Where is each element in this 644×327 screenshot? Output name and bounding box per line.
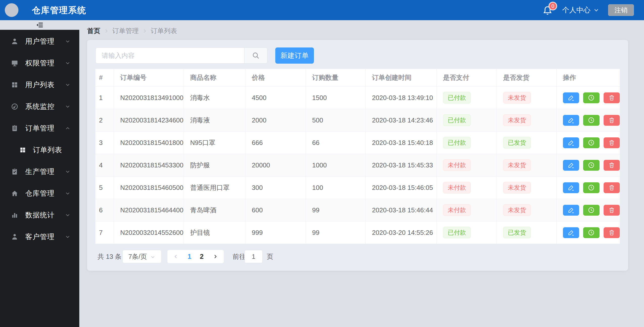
trash-icon (608, 184, 615, 191)
sidebar-item-data-statistics[interactable]: 数据统计 (0, 204, 79, 226)
delete-button[interactable] (604, 227, 620, 238)
user-menu[interactable]: 个人中心 (562, 5, 600, 15)
time-button[interactable] (583, 160, 599, 171)
clock-icon (588, 207, 595, 214)
time-button[interactable] (583, 227, 599, 238)
cell-order-no: N202003181349100001 (114, 87, 184, 109)
trash-icon (608, 139, 615, 146)
sidebar-item-customer-management[interactable]: 客户管理 (0, 226, 79, 248)
column-header-product: 商品名称 (184, 69, 245, 87)
cell-order-no: N202003181423460001 (114, 109, 184, 132)
time-button[interactable] (583, 92, 599, 103)
table-header-row: # 订单编号 商品名称 价格 订购数量 订单创建时间 是否支付 是否发货 操作 (95, 69, 620, 87)
breadcrumb-home[interactable]: 首页 (87, 27, 100, 35)
delete-button[interactable] (604, 160, 620, 171)
time-button[interactable] (583, 115, 599, 126)
table-row: 4 N202003181545330001 防护服 20000 1000 202… (95, 154, 620, 177)
hamburger-fold-icon (36, 21, 44, 29)
cell-product: 防护服 (184, 154, 245, 177)
notifications-button[interactable]: 0 (542, 3, 554, 17)
new-order-button[interactable]: 新建订单 (275, 47, 314, 64)
sidebar-item-warehouse-management[interactable]: 仓库管理 (0, 183, 79, 204)
chevron-down-icon (65, 38, 71, 44)
cell-quantity: 66 (306, 132, 366, 154)
chevron-down-icon (593, 7, 600, 13)
table-row: 2 N202003181423460001 消毒液 2000 500 2020-… (95, 109, 620, 132)
edit-button[interactable] (563, 182, 579, 193)
edit-button[interactable] (563, 205, 579, 216)
delete-button[interactable] (604, 115, 620, 126)
sidebar-item-user-list[interactable]: 用户列表 (0, 74, 79, 96)
home-icon (11, 189, 19, 197)
sidebar-item-order-list[interactable]: 订单列表 (0, 139, 79, 161)
table-row: 1 N202003181349100001 消毒水 4500 1500 2020… (95, 87, 620, 109)
cell-product: 普通医用口罩 (184, 177, 245, 199)
edit-button[interactable] (563, 160, 579, 171)
page-size-select[interactable]: 7条/页 (122, 250, 161, 263)
cell-created: 2020-03-20 14:55:26 (366, 221, 437, 244)
table-row: 7 N202003201455260001 护目镜 999 99 2020-03… (95, 221, 620, 244)
clock-icon (588, 139, 595, 146)
table-row: 6 N202003181546440001 青岛啤酒 600 99 2020-0… (95, 199, 620, 221)
cell-price: 2000 (245, 109, 306, 132)
next-page-button[interactable] (212, 254, 218, 260)
goto-page-input[interactable] (244, 250, 263, 263)
column-header-order-no: 订单编号 (114, 69, 184, 87)
page-number-2[interactable]: 2 (200, 253, 204, 261)
sidebar-item-permission-management[interactable]: 权限管理 (0, 52, 79, 74)
logout-button[interactable]: 注销 (608, 4, 634, 16)
search-group (95, 47, 267, 64)
cell-order-no: N202003181545330001 (114, 154, 184, 177)
delete-button[interactable] (604, 182, 620, 193)
cell-product: 青岛啤酒 (184, 199, 245, 221)
chevron-down-icon (65, 212, 71, 218)
time-button[interactable] (583, 182, 599, 193)
sidebar-item-user-management[interactable]: 用户管理 (0, 31, 79, 52)
avatar[interactable] (5, 3, 18, 17)
cell-product: N95口罩 (184, 132, 245, 154)
time-button[interactable] (583, 205, 599, 216)
cell-product: 护目镜 (184, 221, 245, 244)
chevron-down-icon (65, 190, 71, 196)
page-number-1[interactable]: 1 (188, 253, 191, 261)
monitor-icon (11, 59, 19, 67)
cell-created: 2020-03-18 15:45:33 (366, 154, 437, 177)
sidebar-item-order-management[interactable]: 订单管理 (0, 117, 79, 139)
search-button[interactable] (244, 48, 267, 63)
clock-icon (588, 162, 595, 169)
delete-button[interactable] (604, 137, 620, 148)
delete-button[interactable] (604, 205, 620, 216)
paid-status-badge: 未付款 (443, 204, 471, 216)
cell-price: 600 (245, 199, 306, 221)
search-input[interactable] (96, 48, 244, 63)
cell-quantity: 1500 (306, 87, 366, 109)
cell-created: 2020-03-18 13:49:10 (366, 87, 437, 109)
chart-icon (11, 211, 19, 219)
edit-button[interactable] (563, 227, 579, 238)
search-icon (252, 51, 260, 60)
paid-status-badge: 未付款 (443, 182, 471, 193)
table-row: 3 N202003181540180001 N95口罩 666 66 2020-… (95, 132, 620, 154)
pagination: 共 13 条 7条/页 1 2 前往 页 (87, 250, 628, 263)
breadcrumb-order-management: 订单管理 (112, 27, 139, 35)
edit-button[interactable] (563, 115, 579, 126)
prev-page-button[interactable] (173, 254, 179, 260)
sidebar-toggle[interactable] (0, 20, 79, 30)
edit-button[interactable] (563, 92, 579, 103)
time-button[interactable] (583, 137, 599, 148)
cell-quantity: 99 (306, 199, 366, 221)
edit-button[interactable] (563, 137, 579, 148)
left-rail: 用户管理 权限管理 用户列表 系统监控 (0, 20, 79, 327)
edit-icon (567, 94, 575, 101)
user-icon (11, 37, 19, 45)
cell-index: 7 (95, 221, 114, 244)
sidebar-item-system-monitor[interactable]: 系统监控 (0, 96, 79, 117)
sidebar-item-production-management[interactable]: 生产管理 (0, 161, 79, 183)
user-menu-label: 个人中心 (562, 5, 590, 15)
cell-quantity: 1000 (306, 154, 366, 177)
cell-product: 消毒液 (184, 109, 245, 132)
cell-order-no: N202003181540180001 (114, 132, 184, 154)
delete-button[interactable] (604, 92, 620, 103)
main-content: 首页 订单管理 订单列表 新建订单 # 订单编号 商品名称 价格 订购 (79, 20, 644, 327)
breadcrumb-order-list: 订单列表 (151, 27, 177, 35)
